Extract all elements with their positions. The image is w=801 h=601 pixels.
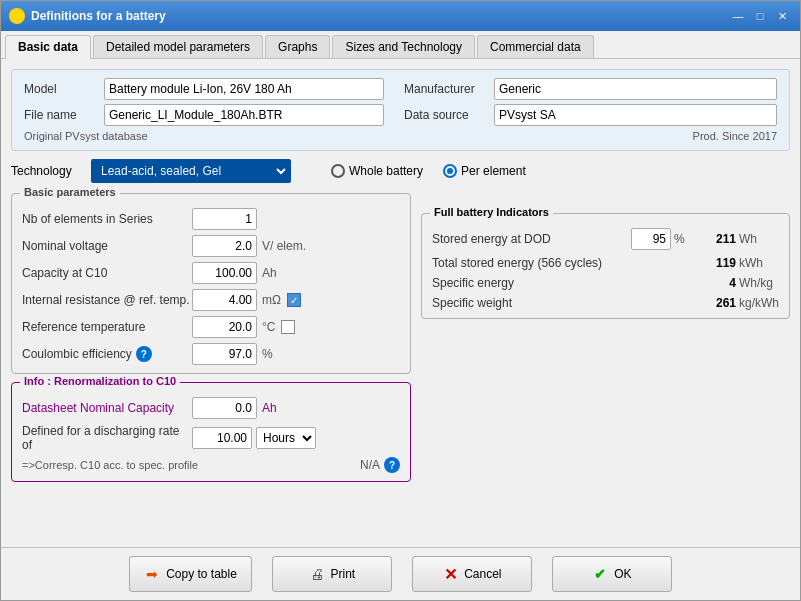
specific-energy-row: Specific energy 4 Wh/kg <box>432 276 779 290</box>
cancel-icon: ✕ <box>442 566 458 582</box>
model-input[interactable] <box>104 78 384 100</box>
internal-res-input[interactable] <box>192 289 257 311</box>
content-area: Model Manufacturer File name Data source… <box>1 59 800 547</box>
basic-params-title: Basic parameters <box>20 186 120 198</box>
whole-battery-label: Whole battery <box>349 164 423 178</box>
total-stored-value: 119 <box>696 256 736 270</box>
specific-energy-label: Specific energy <box>432 276 690 290</box>
indicators-title: Full battery Indicators <box>430 206 553 218</box>
info-section: Model Manufacturer File name Data source… <box>11 69 790 151</box>
total-stored-label: Total stored energy (566 cycles) <box>432 256 690 270</box>
ref-temp-unit: °C <box>262 320 275 334</box>
stored-energy-row: Stored energy at DOD % 211 Wh <box>432 228 779 250</box>
capacity-c10-row: Capacity at C10 Ah <box>22 262 400 284</box>
discharging-unit-select[interactable]: Hours C-rate <box>256 427 316 449</box>
total-stored-unit: kWh <box>739 256 779 270</box>
internal-res-unit: mΩ <box>262 293 281 307</box>
indicators-group: Full battery Indicators Stored energy at… <box>421 213 790 319</box>
manufacturer-input[interactable] <box>494 78 777 100</box>
print-label: Print <box>331 567 356 581</box>
print-icon: 🖨 <box>309 566 325 582</box>
main-area: Basic parameters Nb of elements in Serie… <box>11 193 790 537</box>
corresp-row: =>Corresp. C10 acc. to spec. profile N/A… <box>22 457 400 473</box>
maximize-button[interactable]: □ <box>750 7 770 25</box>
filename-input[interactable] <box>104 104 384 126</box>
corresp-text: =>Corresp. C10 acc. to spec. profile <box>22 459 360 471</box>
discharging-rate-row: Defined for a discharging rate of Hours … <box>22 424 400 452</box>
original-note: Original PVsyst database <box>24 130 148 142</box>
minimize-button[interactable]: — <box>728 7 748 25</box>
ok-label: OK <box>614 567 631 581</box>
specific-weight-value: 261 <box>696 296 736 310</box>
tab-graphs[interactable]: Graphs <box>265 35 330 58</box>
app-icon <box>9 8 25 24</box>
copy-table-button[interactable]: ➡ Copy to table <box>129 556 252 592</box>
capacity-c10-unit: Ah <box>262 266 277 280</box>
nb-elements-input[interactable] <box>192 208 257 230</box>
internal-res-row: Internal resistance @ ref. temp. mΩ <box>22 289 400 311</box>
per-element-label: Per element <box>461 164 526 178</box>
whole-battery-radio[interactable]: Whole battery <box>331 164 423 178</box>
manufacturer-label: Manufacturer <box>404 82 494 96</box>
title-bar: Definitions for a battery — □ ✕ <box>1 1 800 31</box>
print-button[interactable]: 🖨 Print <box>272 556 392 592</box>
model-label: Model <box>24 82 104 96</box>
internal-res-checkbox[interactable] <box>287 293 301 307</box>
capacity-c10-label: Capacity at C10 <box>22 266 192 280</box>
coulombic-label: Coulombic efficiency ? <box>22 346 192 362</box>
internal-res-label: Internal resistance @ ref. temp. <box>22 293 192 307</box>
total-stored-row: Total stored energy (566 cycles) 119 kWh <box>432 256 779 270</box>
prod-since: Prod. Since 2017 <box>693 130 777 142</box>
per-element-radio[interactable]: Per element <box>443 164 526 178</box>
tab-bar: Basic data Detailed model parameters Gra… <box>1 31 800 59</box>
capacity-c10-input[interactable] <box>192 262 257 284</box>
corresp-help-button[interactable]: ? <box>384 457 400 473</box>
nominal-cap-input[interactable] <box>192 397 257 419</box>
window-controls: — □ ✕ <box>728 7 792 25</box>
discharging-input[interactable] <box>192 427 252 449</box>
tab-detailed-model[interactable]: Detailed model parameters <box>93 35 263 58</box>
specific-energy-value: 4 <box>696 276 736 290</box>
nominal-cap-label: Datasheet Nominal Capacity <box>22 401 192 415</box>
filename-label: File name <box>24 108 104 122</box>
cancel-button[interactable]: ✕ Cancel <box>412 556 532 592</box>
left-panel: Basic parameters Nb of elements in Serie… <box>11 193 411 537</box>
ref-temp-checkbox[interactable] <box>281 320 295 334</box>
tab-basic-data[interactable]: Basic data <box>5 35 91 59</box>
stored-energy-value: 211 <box>696 232 736 246</box>
stored-energy-label: Stored energy at DOD <box>432 232 631 246</box>
coulombic-row: Coulombic efficiency ? % <box>22 343 400 365</box>
datasource-input[interactable] <box>494 104 777 126</box>
technology-row: Technology Lead-acid, sealed, Gel Li-Ion… <box>11 159 790 183</box>
close-button[interactable]: ✕ <box>772 7 792 25</box>
coulombic-help-button[interactable]: ? <box>136 346 152 362</box>
tab-sizes-technology[interactable]: Sizes and Technology <box>332 35 475 58</box>
copy-icon: ➡ <box>144 566 160 582</box>
specific-weight-label: Specific weight <box>432 296 690 310</box>
discharging-label: Defined for a discharging rate of <box>22 424 192 452</box>
nominal-cap-row: Datasheet Nominal Capacity Ah <box>22 397 400 419</box>
whole-battery-radio-circle <box>331 164 345 178</box>
ref-temp-input[interactable] <box>192 316 257 338</box>
renorm-title: Info : Renormalization to C10 <box>20 375 180 387</box>
stored-energy-dod-input[interactable] <box>631 228 671 250</box>
right-panel: Full battery Indicators Stored energy at… <box>421 193 790 537</box>
tab-commercial-data[interactable]: Commercial data <box>477 35 594 58</box>
stored-energy-pct: % <box>674 232 690 246</box>
coulombic-input[interactable] <box>192 343 257 365</box>
copy-table-label: Copy to table <box>166 567 237 581</box>
window-title: Definitions for a battery <box>31 9 728 23</box>
battery-scope-radios: Whole battery Per element <box>331 164 526 178</box>
ok-button[interactable]: ✔ OK <box>552 556 672 592</box>
filename-row: File name Data source <box>24 104 777 126</box>
model-row: Model Manufacturer <box>24 78 777 100</box>
cancel-label: Cancel <box>464 567 501 581</box>
datasource-label: Data source <box>404 108 494 122</box>
basic-params-group: Basic parameters Nb of elements in Serie… <box>11 193 411 374</box>
technology-select[interactable]: Lead-acid, sealed, Gel Li-Ion NiMH Other <box>91 159 291 183</box>
manufacturer-section: Manufacturer <box>404 78 777 100</box>
stored-energy-unit: Wh <box>739 232 779 246</box>
datasource-section: Data source <box>404 104 777 126</box>
specific-weight-row: Specific weight 261 kg/kWh <box>432 296 779 310</box>
nominal-voltage-input[interactable] <box>192 235 257 257</box>
